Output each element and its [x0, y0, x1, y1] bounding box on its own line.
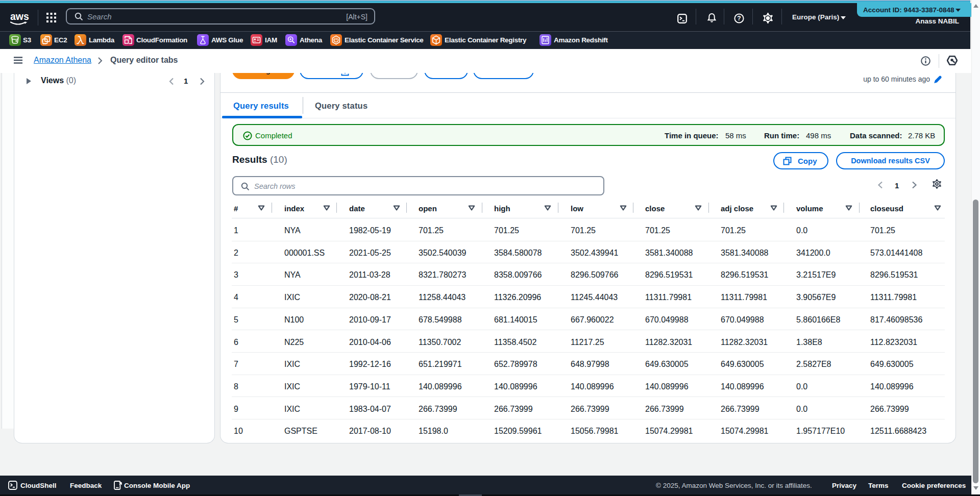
svg-text:?: ?	[737, 15, 741, 22]
svg-text:aws: aws	[10, 11, 29, 22]
